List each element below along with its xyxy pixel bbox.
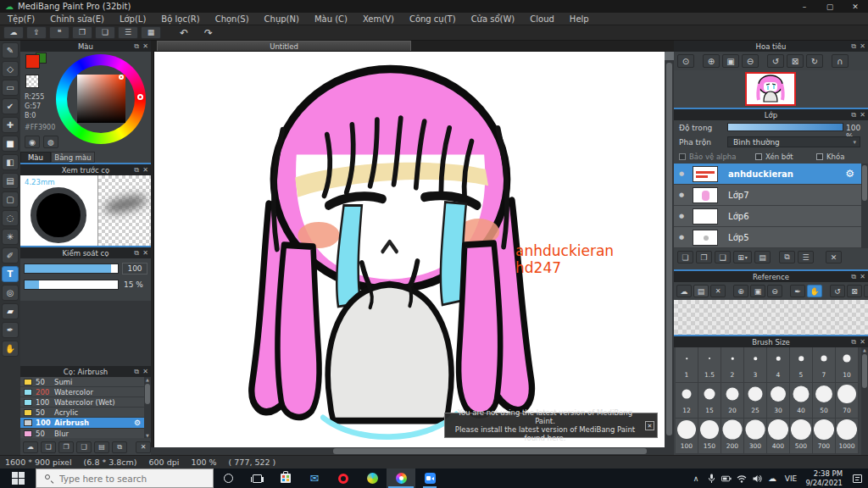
brush-list-scroll-thumb[interactable] <box>145 384 150 404</box>
duplicate-brush-button[interactable]: ⧉ <box>112 441 127 453</box>
brush-tool[interactable]: ✎ <box>2 42 19 58</box>
brush-size-option[interactable]: 50 <box>813 383 836 419</box>
lock-checkbox[interactable]: Khóa <box>816 152 844 161</box>
nav-flip-button[interactable]: ∩ <box>832 54 849 68</box>
brush-opacity-slider[interactable] <box>24 280 119 290</box>
saturation-marker[interactable] <box>119 75 124 80</box>
new-1bit-layer-button[interactable]: ❑ <box>715 251 731 263</box>
menu-window[interactable]: Cửa sổ(W) <box>464 13 523 25</box>
canvas[interactable]: anhduckieran hd247 <box>154 52 665 447</box>
brush-size-option[interactable]: 7 <box>813 347 836 383</box>
hscroll-thumb[interactable] <box>333 448 647 454</box>
vscroll-up-button[interactable] <box>665 52 674 60</box>
tab-palette[interactable]: Bảng màu <box>51 152 95 163</box>
menu-help[interactable]: Help <box>562 13 597 25</box>
hand-tool[interactable]: ✋ <box>2 341 19 357</box>
ref-fit-button[interactable]: ▣ <box>750 285 765 297</box>
menu-cloud[interactable]: Cloud <box>522 13 562 25</box>
nav-zoom-reset-button[interactable]: ⊙ <box>677 54 694 68</box>
opera-button[interactable] <box>329 469 358 488</box>
brush-item-selected[interactable]: 100 Airbrush ⚙ <box>20 418 144 429</box>
zoom-app-button[interactable] <box>415 469 444 488</box>
brush-size-option[interactable]: 40 <box>790 383 813 419</box>
popout-icon[interactable]: ⧉ <box>851 110 856 119</box>
nav-zoom-out-button[interactable]: ⊖ <box>742 54 759 68</box>
fill-rect-tool[interactable]: ■ <box>2 136 19 152</box>
language-indicator[interactable]: VIE <box>780 469 802 488</box>
brush-item[interactable]: 50 Blur <box>20 429 144 438</box>
brush-size-option[interactable]: 5 <box>790 347 813 383</box>
comment-button[interactable]: ❝ <box>49 26 70 39</box>
close-panel-icon[interactable]: ✕ <box>142 42 148 51</box>
menu-filter[interactable]: Bộ lọc(R) <box>153 13 207 25</box>
tray-wifi-button[interactable] <box>734 469 749 488</box>
start-button[interactable] <box>0 469 36 488</box>
brush-item[interactable]: 50 Sumi <box>20 377 144 387</box>
brush-size-value[interactable]: 100 <box>122 263 147 274</box>
tray-volume-button[interactable] <box>749 469 765 488</box>
zoom-select-tool[interactable]: ◎ <box>2 285 19 301</box>
brush-size-scroll-thumb[interactable] <box>862 354 867 388</box>
add-layer-menu-button[interactable]: ⊞▾ <box>733 251 752 263</box>
magic-wand-tool[interactable]: ✳ <box>2 229 19 245</box>
document-tab[interactable]: Untitled <box>157 41 411 52</box>
layer-settings-gear-icon[interactable]: ⚙ <box>845 168 854 180</box>
brush-size-option[interactable]: 200 <box>721 419 744 454</box>
foreground-color-swatch[interactable] <box>25 54 40 69</box>
palette-button[interactable]: ◍ <box>43 136 58 148</box>
ref-zoom-out-button[interactable]: ⊖ <box>767 285 782 297</box>
brush-size-option[interactable]: 100 <box>676 419 698 454</box>
bucket-tool[interactable]: ◧ <box>2 154 19 170</box>
saturation-square[interactable] <box>77 75 125 123</box>
brush-size-option[interactable]: 1.5 <box>698 347 721 383</box>
close-panel-icon[interactable]: ✕ <box>142 165 148 175</box>
blend-mode-select[interactable]: Bình thường ▾ <box>727 136 860 147</box>
layer-visibility-icon[interactable]: ● <box>679 234 684 241</box>
ref-clear-button[interactable]: ✕ <box>710 285 726 297</box>
brush-size-option[interactable]: 70 <box>836 383 859 419</box>
hue-marker[interactable] <box>137 94 143 100</box>
brush-size-option[interactable]: 1000 <box>836 419 859 454</box>
nav-zoom-in-button[interactable]: ⊕ <box>703 54 720 68</box>
layer-list-scrollbar[interactable] <box>861 164 868 248</box>
menu-tools[interactable]: Công cụ(T) <box>402 13 464 25</box>
brush-size-option[interactable]: 400 <box>767 419 790 454</box>
eraser-tool[interactable]: ◇ <box>2 61 19 77</box>
undo-button[interactable]: ↶ <box>173 26 195 39</box>
brush-item[interactable]: 200 Watercolor <box>20 387 144 397</box>
clipping-checkbox[interactable]: Xén bớt <box>755 152 793 161</box>
redo-button[interactable]: ↷ <box>198 26 220 39</box>
popout-icon[interactable]: ⧉ <box>134 367 139 376</box>
grid-button[interactable]: ▦ <box>141 26 161 39</box>
brush-size-option[interactable]: 4 <box>767 347 790 383</box>
brush-size-option[interactable]: 10 <box>836 347 859 383</box>
brush-script-button[interactable]: ❑ <box>76 441 92 453</box>
ref-reset-button[interactable]: ⊠ <box>847 285 862 297</box>
soft-eraser-tool[interactable]: ▰ <box>2 303 19 319</box>
menu-snap[interactable]: Chụp(N) <box>257 13 307 25</box>
brush-item[interactable]: 100 Watercolor (Wet) <box>20 397 144 408</box>
brush-size-option[interactable]: 12 <box>676 383 698 419</box>
search-input[interactable] <box>58 473 193 485</box>
scroll-up-icon[interactable]: ▲ <box>861 347 868 352</box>
menu-edit[interactable]: Chỉnh sửa(E) <box>42 13 112 25</box>
scroll-up-icon[interactable]: ▲ <box>144 377 151 382</box>
alpha-protect-checkbox[interactable]: Bảo vệ alpha <box>679 152 736 161</box>
publish-button[interactable]: ⇪ <box>26 26 47 39</box>
layer-row-selected[interactable]: ● anhduckieran ⚙ <box>674 164 861 185</box>
marquee-select-tool[interactable]: ▢ <box>2 191 19 208</box>
brush-size-scrollbar[interactable]: ▲ <box>861 347 868 455</box>
tray-battery-button[interactable] <box>719 469 734 488</box>
nav-rotate-cw-button[interactable]: ↻ <box>806 54 823 68</box>
rounded-rect-tool[interactable]: ▭ <box>2 80 19 96</box>
popout-icon[interactable]: ⧉ <box>134 42 139 51</box>
vscroll-thumb[interactable] <box>666 63 672 435</box>
popout-icon[interactable]: ⧉ <box>134 248 139 258</box>
move-tool[interactable]: ✚ <box>2 117 19 133</box>
lasso-tool[interactable]: ◌ <box>2 210 19 226</box>
close-panel-icon[interactable]: ✕ <box>860 337 865 347</box>
tray-onedrive-button[interactable]: ☁ <box>765 469 780 488</box>
document-button[interactable]: ❏ <box>95 26 115 39</box>
new-halftone-layer-button[interactable]: ❐ <box>696 251 712 263</box>
cortana-button[interactable] <box>214 469 242 488</box>
